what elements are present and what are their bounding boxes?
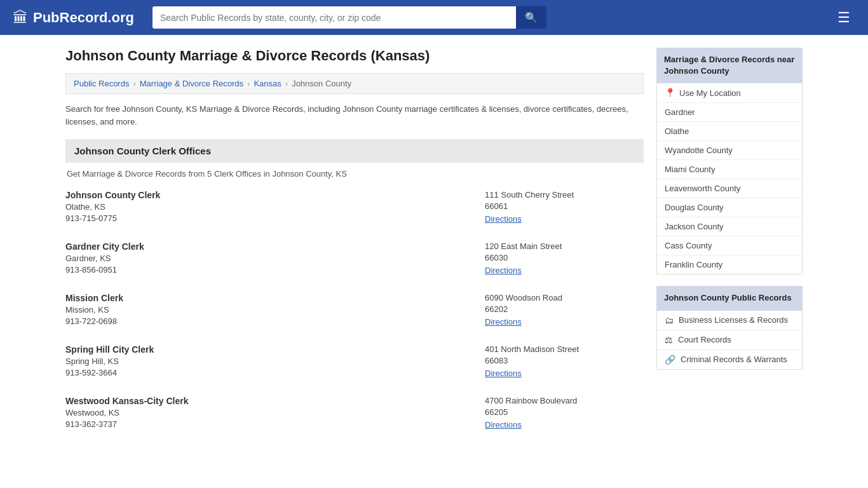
clerk-zip: 66202 [485, 304, 644, 314]
clerk-entry: Gardner City Clerk Gardner, KS 913-856-0… [65, 241, 644, 279]
clerk-entry: Spring Hill City Clerk Spring Hill, KS 9… [65, 344, 644, 382]
clerk-section-header: Johnson County Clerk Offices [65, 139, 644, 163]
court-records-item[interactable]: ⚖ Court Records [657, 330, 802, 350]
logo-text: PubRecord.org [33, 10, 134, 26]
clerk-info: Gardner City Clerk Gardner, KS 913-856-0… [65, 241, 485, 276]
link-icon: 🔗 [665, 355, 675, 365]
nearby-olathe[interactable]: Olathe [657, 122, 802, 141]
clerk-phone: 913-722-0698 [65, 316, 485, 326]
clerk-address-area: 120 East Main Street 66030 Directions [485, 241, 644, 276]
breadcrumb-public-records[interactable]: Public Records [74, 79, 129, 88]
clerk-list: Johnson County Clerk Olathe, KS 913-715-… [65, 190, 644, 433]
use-location-item[interactable]: 📍 Use My Location [657, 83, 802, 103]
page-description: Search for free Johnson County, KS Marri… [65, 103, 644, 128]
clerk-info: Westwood Kansas-City Clerk Westwood, KS … [65, 396, 485, 431]
directions-link[interactable]: Directions [485, 214, 522, 224]
clerk-section-title: Johnson County Clerk Offices [74, 146, 211, 156]
use-location-link[interactable]: 📍 Use My Location [665, 88, 794, 98]
page-title: Johnson County Marriage & Divorce Record… [65, 48, 644, 64]
clerk-city: Mission, KS [65, 305, 485, 315]
breadcrumb: Public Records › Marriage & Divorce Reco… [65, 73, 644, 94]
clerk-city: Olathe, KS [65, 202, 485, 212]
clerk-street: 120 East Main Street [485, 241, 644, 251]
breadcrumb-marriage-divorce[interactable]: Marriage & Divorce Records [140, 79, 243, 88]
clerk-phone: 913-856-0951 [65, 265, 485, 274]
logo-link[interactable]: 🏛 PubRecord.org [13, 9, 140, 27]
clerk-zip: 66030 [485, 253, 644, 262]
breadcrumb-sep-1: › [133, 79, 135, 88]
clerk-city: Westwood, KS [65, 408, 485, 417]
nearby-section-title: Marriage & Divorce Records near Johnson … [656, 48, 803, 83]
clerk-zip: 66083 [485, 356, 644, 365]
clerk-street: 6090 Woodson Road [485, 293, 644, 302]
search-bar: 🔍 [153, 6, 546, 29]
clerk-phone: 913-362-3737 [65, 419, 485, 429]
clerk-entry: Mission Clerk Mission, KS 913-722-0698 6… [65, 293, 644, 330]
sidebar: Marriage & Divorce Records near Johnson … [656, 48, 803, 447]
clerk-name: Johnson County Clerk [65, 190, 485, 200]
clerk-address-area: 111 South Cherry Street 66061 Directions [485, 190, 644, 225]
menu-icon: ☰ [837, 10, 850, 25]
nearby-gardner[interactable]: Gardner [657, 103, 802, 122]
nearby-cass[interactable]: Cass County [657, 236, 802, 255]
public-records-list: 🗂 Business Licenses & Records ⚖ Court Re… [656, 311, 803, 370]
breadcrumb-sep-3: › [285, 79, 288, 88]
nearby-miami[interactable]: Miami County [657, 160, 802, 179]
use-location-label: Use My Location [679, 88, 741, 98]
clerk-phone: 913-592-3664 [65, 368, 485, 377]
nearby-wyandotte[interactable]: Wyandotte County [657, 141, 802, 160]
breadcrumb-sep-2: › [247, 79, 250, 88]
search-icon: 🔍 [525, 12, 538, 23]
clerk-city: Gardner, KS [65, 254, 485, 263]
content-area: Johnson County Marriage & Divorce Record… [65, 48, 644, 447]
clerk-street: 111 South Cherry Street [485, 190, 644, 200]
menu-button[interactable]: ☰ [832, 7, 855, 29]
clerk-info: Johnson County Clerk Olathe, KS 913-715-… [65, 190, 485, 225]
briefcase-icon: 🗂 [665, 315, 674, 325]
clerk-city: Spring Hill, KS [65, 356, 485, 366]
search-input[interactable] [153, 6, 516, 29]
scales-icon: ⚖ [665, 335, 673, 345]
nearby-jackson[interactable]: Jackson County [657, 217, 802, 236]
search-button[interactable]: 🔍 [516, 6, 546, 29]
clerk-section-subtext: Get Marriage & Divorce Records from 5 Cl… [65, 169, 644, 179]
nearby-leavenworth[interactable]: Leavenworth County [657, 179, 802, 198]
directions-link[interactable]: Directions [485, 317, 522, 327]
clerk-address-area: 4700 Rainbow Boulevard 66205 Directions [485, 396, 644, 431]
directions-link[interactable]: Directions [485, 369, 522, 378]
nearby-douglas[interactable]: Douglas County [657, 198, 802, 217]
clerk-address-area: 401 North Madison Street 66083 Direction… [485, 344, 644, 379]
public-records-section-title: Johnson County Public Records [656, 286, 803, 310]
header: 🏛 PubRecord.org 🔍 ☰ [0, 0, 868, 35]
nearby-list: 📍 Use My Location Gardner Olathe Wyandot… [656, 83, 803, 274]
clerk-name: Westwood Kansas-City Clerk [65, 396, 485, 406]
clerk-name: Spring Hill City Clerk [65, 344, 485, 355]
logo-icon: 🏛 [13, 9, 28, 27]
directions-link[interactable]: Directions [485, 420, 522, 430]
criminal-records-item[interactable]: 🔗 Criminal Records & Warrants [657, 350, 802, 369]
clerk-entry: Johnson County Clerk Olathe, KS 913-715-… [65, 190, 644, 227]
business-licenses-item[interactable]: 🗂 Business Licenses & Records [657, 311, 802, 330]
clerk-zip: 66205 [485, 407, 644, 417]
clerk-name: Gardner City Clerk [65, 241, 485, 252]
location-icon: 📍 [665, 88, 675, 98]
clerk-info: Spring Hill City Clerk Spring Hill, KS 9… [65, 344, 485, 379]
directions-link[interactable]: Directions [485, 266, 522, 275]
breadcrumb-kansas[interactable]: Kansas [254, 79, 281, 88]
nearby-franklin[interactable]: Franklin County [657, 255, 802, 274]
clerk-info: Mission Clerk Mission, KS 913-722-0698 [65, 293, 485, 328]
clerk-address-area: 6090 Woodson Road 66202 Directions [485, 293, 644, 328]
clerk-name: Mission Clerk [65, 293, 485, 303]
main-container: Johnson County Marriage & Divorce Record… [53, 35, 815, 460]
clerk-phone: 913-715-0775 [65, 214, 485, 223]
clerk-entry: Westwood Kansas-City Clerk Westwood, KS … [65, 396, 644, 433]
clerk-street: 401 North Madison Street [485, 344, 644, 354]
breadcrumb-johnson-county: Johnson County [292, 79, 351, 88]
clerk-street: 4700 Rainbow Boulevard [485, 396, 644, 405]
clerk-zip: 66061 [485, 201, 644, 211]
